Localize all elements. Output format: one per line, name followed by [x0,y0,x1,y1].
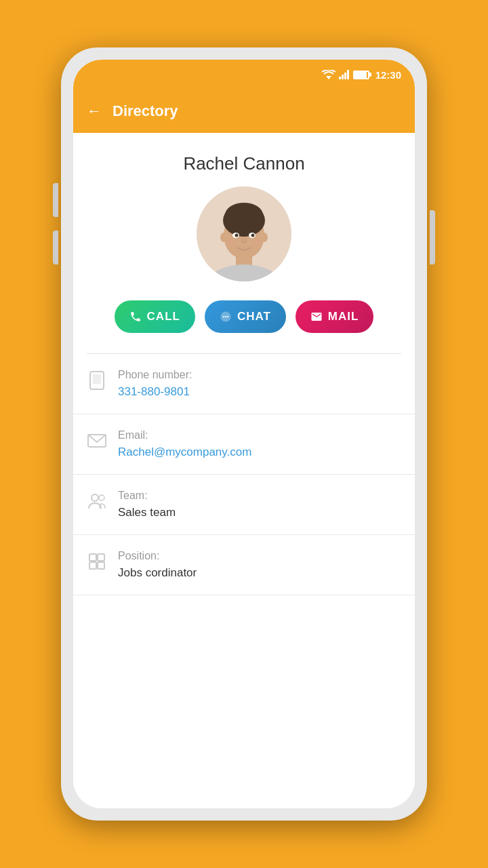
svg-point-27 [99,495,104,500]
svg-rect-28 [89,554,96,561]
position-row: Position: Jobs cordinator [73,535,415,595]
phone-detail-content: Phone number: 331-880-9801 [118,369,192,399]
email-row[interactable]: Email: Rachel@mycompany.com [73,414,415,475]
call-icon [129,311,142,323]
svg-marker-0 [326,76,331,79]
team-detail-icon [87,491,107,514]
call-button[interactable]: CALL [115,300,195,333]
svg-rect-4 [347,70,349,79]
email-detail-icon [87,431,107,454]
svg-point-21 [225,316,226,317]
avatar [197,186,291,281]
phone-screen: 12:30 ← Directory Rachel Cannon [73,60,415,808]
volume-up-button [53,183,58,217]
mail-button[interactable]: MAIL [296,300,374,333]
back-button[interactable]: ← [87,102,102,120]
phone-detail-icon [87,370,107,393]
battery-icon [353,71,369,79]
svg-rect-1 [339,77,341,79]
position-value: Jobs cordinator [118,566,197,580]
contact-name: Rachel Cannon [183,153,304,174]
svg-point-17 [226,240,235,245]
top-bar: ← Directory [73,90,415,133]
chat-button[interactable]: CHAT [205,300,286,333]
volume-down-button [53,231,58,264]
svg-rect-3 [344,73,346,79]
svg-point-26 [92,494,98,501]
signal-icon [339,70,350,79]
status-icons: 12:30 [322,69,401,81]
svg-rect-29 [98,554,104,561]
status-time: 12:30 [375,69,401,81]
position-label: Position: [118,550,197,562]
svg-point-12 [261,233,268,242]
svg-rect-2 [342,75,344,79]
svg-point-10 [225,203,263,227]
page-title: Directory [113,102,178,120]
svg-point-15 [235,234,239,237]
team-value: Sales team [118,506,176,519]
svg-rect-31 [98,562,104,569]
phone-value[interactable]: 331-880-9801 [118,385,192,399]
phone-label: Phone number: [118,369,192,381]
phone-frame: 12:30 ← Directory Rachel Cannon [61,47,427,821]
content-area: Rachel Cannon [73,133,415,808]
svg-point-16 [251,234,255,237]
team-row: Team: Sales team [73,475,415,535]
svg-rect-24 [93,374,101,384]
svg-point-22 [227,316,228,317]
svg-point-11 [220,233,227,242]
team-label: Team: [118,490,176,502]
svg-point-20 [223,316,224,317]
email-value[interactable]: Rachel@mycompany.com [118,446,251,459]
team-detail-content: Team: Sales team [118,490,176,519]
position-detail-icon [87,551,107,574]
power-button [430,210,435,264]
wifi-icon [322,70,336,79]
mail-icon [310,311,323,323]
svg-point-18 [253,240,262,245]
phone-row[interactable]: Phone number: 331-880-9801 [73,354,415,414]
svg-rect-30 [89,562,96,569]
avatar-image [197,186,291,281]
position-detail-content: Position: Jobs cordinator [118,550,197,580]
chat-icon [220,311,232,323]
profile-section: Rachel Cannon [73,133,415,353]
email-detail-content: Email: Rachel@mycompany.com [118,429,251,459]
email-label: Email: [118,429,251,441]
status-bar: 12:30 [73,60,415,90]
action-buttons: CALL CHAT [115,300,374,333]
